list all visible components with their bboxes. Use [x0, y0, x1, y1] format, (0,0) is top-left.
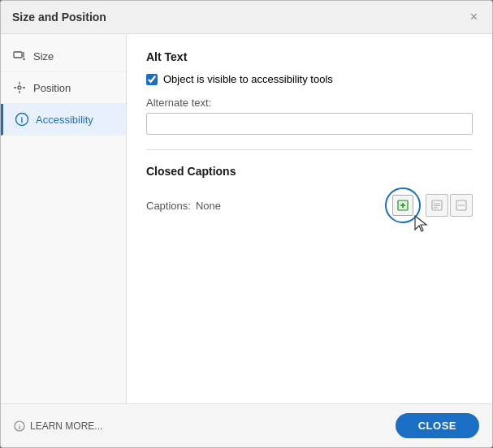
visibility-checkbox-row: Object is visible to accessibility tools: [146, 73, 473, 85]
alternate-text-input[interactable]: Vision.mp4: [146, 113, 473, 135]
edit-captions-button[interactable]: [426, 194, 448, 217]
remove-icon: [456, 200, 467, 211]
dialog-body: Size Position: [1, 34, 492, 403]
add-icon: [397, 200, 409, 211]
learn-more-info-icon: i: [14, 420, 25, 432]
sidebar-item-position-label: Position: [33, 82, 71, 94]
captions-left: Captions: None: [146, 200, 221, 212]
sidebar-item-size[interactable]: Size: [1, 41, 126, 72]
accessibility-icon: i: [15, 112, 29, 127]
dialog-titlebar: Size and Position ×: [1, 1, 492, 34]
edit-icon: [431, 200, 443, 211]
sidebar: Size Position: [1, 34, 127, 403]
alternate-text-label: Alternate text:: [146, 97, 473, 109]
closed-captions-section: Closed Captions Captions: None: [146, 165, 473, 223]
size-and-position-dialog: Size and Position × Size: [0, 0, 493, 448]
resize-icon: [12, 49, 27, 63]
alt-text-section: Alt Text Object is visible to accessibil…: [146, 50, 473, 135]
sidebar-item-size-label: Size: [33, 50, 54, 62]
sidebar-item-accessibility[interactable]: i Accessibility: [1, 104, 126, 136]
section-divider: [146, 149, 473, 150]
close-button[interactable]: CLOSE: [396, 413, 479, 438]
add-captions-button[interactable]: [392, 195, 413, 216]
captions-value: None: [196, 200, 221, 212]
captions-buttons: [385, 187, 473, 223]
closed-captions-title: Closed Captions: [146, 165, 473, 178]
svg-rect-0: [14, 52, 22, 58]
close-x-button[interactable]: ×: [467, 9, 481, 25]
dialog-footer: i LEARN MORE... CLOSE: [1, 403, 492, 447]
visibility-checkbox[interactable]: [146, 74, 158, 85]
captions-row: Captions: None: [146, 187, 473, 223]
dialog-title: Size and Position: [12, 11, 106, 24]
main-content: Alt Text Object is visible to accessibil…: [127, 34, 492, 403]
visibility-checkbox-label: Object is visible to accessibility tools: [163, 73, 333, 85]
add-captions-wrap: [385, 187, 421, 223]
svg-point-3: [18, 86, 21, 89]
captions-label: Captions:: [146, 200, 191, 212]
add-captions-circle-highlight: [385, 187, 421, 223]
position-icon: [12, 80, 27, 95]
learn-more-label: LEARN MORE...: [30, 420, 102, 432]
sidebar-item-accessibility-label: Accessibility: [36, 114, 93, 126]
learn-more-link[interactable]: i LEARN MORE...: [14, 420, 102, 432]
svg-text:i: i: [19, 424, 21, 431]
svg-text:i: i: [21, 115, 24, 124]
alt-text-title: Alt Text: [146, 50, 473, 63]
sidebar-item-position[interactable]: Position: [1, 72, 126, 104]
remove-captions-button[interactable]: [450, 194, 473, 217]
svg-marker-13: [415, 216, 426, 231]
